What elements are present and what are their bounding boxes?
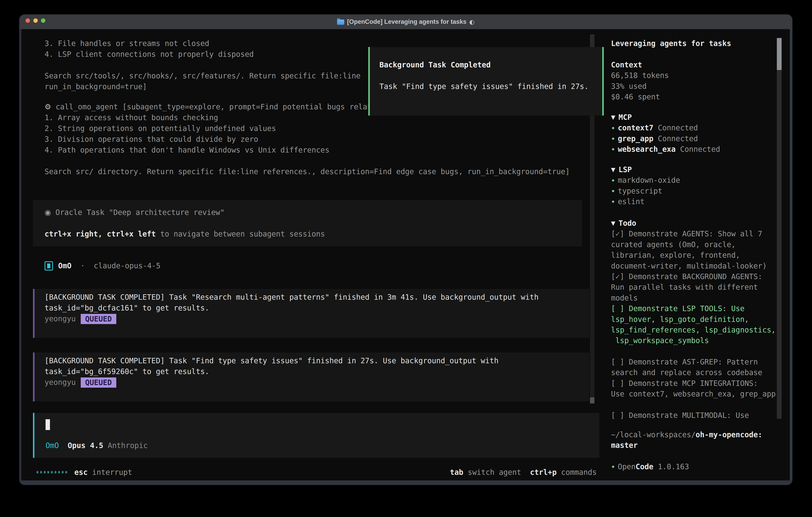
status-dot-icon bbox=[612, 138, 614, 140]
todo-line: Run parallel tasks with different bbox=[611, 282, 791, 293]
window-frame bbox=[19, 481, 792, 485]
message-line: [BACKGROUND TASK COMPLETED] Task "Find t… bbox=[45, 355, 589, 366]
sidebar-mcp-section: ▼ MCP context7 Connected grep_app Connec… bbox=[611, 112, 791, 155]
todo-line: [✓] Demonstrate BACKGROUND AGENTS: bbox=[611, 271, 791, 282]
todo-line: [✓] Demonstrate AGENTS: Show all 7 bbox=[611, 228, 791, 239]
scrollback-line: run_in_background=true] bbox=[45, 81, 360, 92]
input-agent-name: OmO bbox=[46, 441, 59, 450]
sidebar-scrollbar-track[interactable] bbox=[777, 70, 782, 419]
app-name-suffix: Code bbox=[636, 461, 654, 472]
lsp-item: typescript bbox=[611, 186, 791, 196]
todo-line-current: lsp_workspace_symbols bbox=[611, 335, 791, 346]
window-frame bbox=[19, 29, 21, 485]
lsp-item: markdown-oxide bbox=[611, 175, 791, 186]
todo-header[interactable]: ▼ Todo bbox=[611, 218, 791, 228]
terminal-window: [OpenCode] Leveraging agents for tasks ◐… bbox=[19, 15, 792, 485]
hint-text: to navigate between subagent sessions bbox=[156, 230, 325, 238]
minimize-button[interactable] bbox=[33, 19, 38, 23]
spinner-dots-icon bbox=[36, 471, 67, 473]
status-dot-icon bbox=[612, 179, 614, 182]
sidebar-lsp-section: ▼ LSP markdown-oxide typescript eslint bbox=[611, 164, 791, 207]
agent-name: OmO bbox=[58, 261, 71, 271]
scrollback-text: 3. File handles or streams not closed 4.… bbox=[45, 38, 360, 92]
sidebar-todo-section: ▼ Todo [✓] Demonstrate AGENTS: Show all … bbox=[611, 218, 791, 420]
todo-line-current: [ ] Demonstrate LSP TOOLS: Use bbox=[611, 303, 791, 314]
todo-line: [ ] Demonstrate AST-GREP: Pattern bbox=[611, 357, 791, 367]
status-dot-icon bbox=[612, 127, 614, 129]
todo-line: Use context7, websearch_exa, grep_app bbox=[611, 389, 791, 399]
lsp-header[interactable]: ▼ LSP bbox=[611, 164, 791, 175]
close-button[interactable] bbox=[26, 19, 30, 23]
window-frame bbox=[790, 29, 792, 485]
chevron-down-icon: ▼ bbox=[611, 218, 615, 228]
context-tokens: 66,518 tokens bbox=[611, 70, 791, 81]
toast-title: Background Task Completed bbox=[379, 60, 602, 71]
main-scrollbar-track[interactable] bbox=[590, 103, 594, 404]
mcp-item: websearch_exa Connected bbox=[611, 144, 791, 155]
todo-line-current: lsp_find_references, lsp_diagnostics, bbox=[611, 325, 791, 335]
esc-label: interrupt bbox=[92, 468, 132, 477]
oracle-hint: ctrl+x right, ctrl+x left to navigate be… bbox=[45, 229, 582, 240]
scrollback-line: 4. LSP client connections not properly d… bbox=[45, 49, 360, 60]
sidebar-workspace: ~/local-workspaces/oh-my-opencode: maste… bbox=[611, 430, 791, 451]
ctrl-p-label: commands bbox=[561, 468, 597, 477]
message-user: yeongyu bbox=[45, 377, 76, 388]
tool-call-item: 2. String operations on potentially unde… bbox=[45, 123, 594, 134]
workspace-branch: master bbox=[611, 440, 791, 451]
status-dot-icon bbox=[612, 200, 614, 203]
window-title: [OpenCode] Leveraging agents for tasks bbox=[347, 18, 467, 25]
workspace-path: ~/local-workspaces/oh-my-opencode: bbox=[611, 430, 791, 440]
agent-header: OmO · claude-opus-4-5 bbox=[45, 261, 161, 271]
esc-key: esc bbox=[74, 468, 88, 477]
input-provider: Anthropic bbox=[108, 441, 148, 450]
app-version: 1.0.163 bbox=[654, 461, 689, 472]
session-status-icon: ◐ bbox=[469, 19, 474, 25]
hint-keys: ctrl+x right, ctrl+x left bbox=[45, 230, 156, 238]
mcp-header[interactable]: ▼ MCP bbox=[611, 112, 791, 123]
queued-badge: QUEUED bbox=[81, 377, 116, 388]
context-used: 33% used bbox=[611, 81, 791, 91]
lsp-item: eslint bbox=[611, 196, 791, 207]
titlebar[interactable]: [OpenCode] Leveraging agents for tasks ◐ bbox=[19, 15, 792, 29]
todo-line: [ ] Demonstrate MULTIMODAL: Use bbox=[611, 410, 791, 420]
task-message: [BACKGROUND TASK COMPLETED] Task "Find t… bbox=[33, 352, 589, 402]
context-spent: $0.46 spent bbox=[611, 91, 791, 102]
tab-key: tab bbox=[450, 468, 463, 477]
todo-line: document-writer, multimodal-looker) bbox=[611, 261, 791, 271]
oracle-task-panel: ◉ Oracle Task "Deep architecture review"… bbox=[33, 200, 582, 246]
mcp-item: context7 Connected bbox=[611, 123, 791, 133]
tab-label: switch agent bbox=[468, 468, 521, 477]
scrollback-line: 3. File handles or streams not closed bbox=[45, 38, 360, 49]
scrollback-line: Search src/tools/, src/hooks/, src/featu… bbox=[45, 71, 360, 81]
separator-dot: · bbox=[71, 261, 94, 271]
agent-icon bbox=[45, 261, 53, 271]
tool-call-footer: Search src/ directory. Return specific f… bbox=[45, 166, 594, 177]
message-user: yeongyu bbox=[45, 314, 76, 324]
main-scrollbar-thumb[interactable] bbox=[590, 398, 594, 404]
gear-icon: ⚙ bbox=[45, 103, 51, 111]
ctrl-p-key: ctrl+p bbox=[530, 468, 557, 477]
tool-call-item: 4. Path operations that don't handle Win… bbox=[45, 145, 594, 156]
prompt-input[interactable]: OmO Opus 4.5 Anthropic bbox=[33, 413, 600, 458]
toast-body: Task "Find type safety issues" finished … bbox=[379, 81, 602, 92]
app-name-prefix: Open bbox=[618, 461, 636, 472]
agent-model: claude-opus-4-5 bbox=[94, 261, 161, 271]
oracle-task-icon: ◉ bbox=[45, 208, 51, 217]
scrollback-line bbox=[45, 60, 360, 71]
folder-icon bbox=[337, 20, 344, 25]
maximize-button[interactable] bbox=[41, 19, 46, 23]
status-dot-icon bbox=[612, 190, 614, 192]
chevron-down-icon: ▼ bbox=[611, 164, 615, 175]
todo-line: models bbox=[611, 293, 791, 303]
message-line: [BACKGROUND TASK COMPLETED] Task "Resear… bbox=[45, 292, 589, 303]
sidebar-context-section: Context 66,518 tokens 33% used $0.46 spe… bbox=[611, 60, 791, 102]
status-dot-icon bbox=[612, 466, 614, 468]
status-dot-icon bbox=[612, 148, 614, 151]
todo-line-current: lsp_hover, lsp_goto_definition, bbox=[611, 314, 791, 325]
todo-line: librarian, explore, frontend, bbox=[611, 250, 791, 261]
sidebar-scrollbar-thumb[interactable] bbox=[777, 38, 782, 70]
main-scrollbar-cap bbox=[590, 34, 594, 48]
todo-line: [ ] Demonstrate MCP INTEGRATIONS: bbox=[611, 378, 791, 389]
todo-line: curated agents (OmO, oracle, bbox=[611, 239, 791, 250]
chevron-down-icon: ▼ bbox=[611, 112, 615, 123]
